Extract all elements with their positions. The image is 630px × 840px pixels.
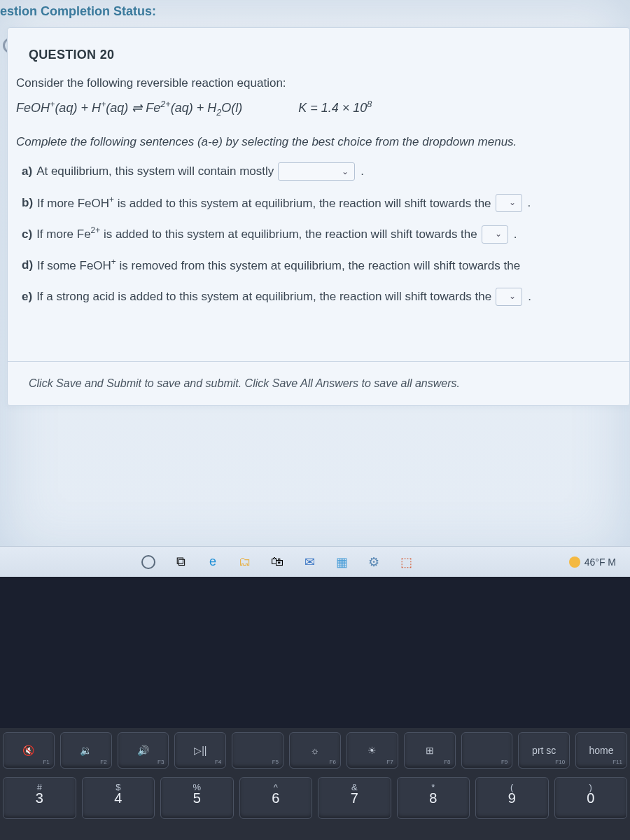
key-f1: 🔇F1	[3, 732, 55, 769]
part-c-text-b: is added to this system at equilibrium, …	[100, 227, 477, 241]
key-f3: 🔊F3	[118, 732, 169, 769]
part-b-sup: +	[109, 195, 114, 204]
task-view-icon[interactable]: ⧉	[172, 554, 189, 570]
save-submit-note: Click Save and Submit to save and submit…	[8, 361, 629, 405]
question-number: QUESTION 20	[8, 28, 629, 74]
office-icon[interactable]: ⬚	[398, 554, 414, 570]
question-prompt: Consider the following reversible reacti…	[16, 74, 608, 93]
part-a-text: At equilibrium, this system will contain…	[36, 162, 274, 181]
period: .	[528, 193, 531, 213]
chevron-down-icon: ⌄	[509, 290, 516, 304]
instruction-text: Complete the following sentences (a-e) b…	[16, 132, 608, 152]
file-explorer-icon[interactable]: 🗂	[237, 554, 253, 570]
part-a-dropdown[interactable]: ⌄	[278, 162, 355, 181]
physical-keyboard: 🔇F1🔉F2🔊F3▷||F4F5☼F6☀F7⊞F8F9prt scF10home…	[0, 728, 630, 840]
chevron-down-icon: ⌄	[495, 227, 502, 241]
eq-species-1: FeOH	[16, 101, 50, 115]
chevron-down-icon: ⌄	[509, 196, 516, 210]
key-f11: homeF11	[575, 732, 627, 769]
part-c-sup: 2+	[91, 225, 101, 235]
period: .	[514, 225, 517, 244]
part-c-text-a: If more Fe	[36, 227, 90, 241]
eq-charge-3: 2+	[160, 99, 170, 109]
eq-plus-2: +	[197, 101, 208, 115]
part-b-text-b: is added to this system at equilibrium, …	[114, 196, 491, 209]
key-8: *8	[397, 777, 470, 819]
eq-species-3: Fe	[146, 101, 160, 115]
key-9: (9	[475, 777, 549, 819]
eq-species-4: H	[207, 101, 216, 115]
weather-text: 46°F M	[584, 556, 616, 568]
cortana-icon[interactable]	[140, 554, 157, 570]
question-body: Consider the following reversible reacti…	[8, 74, 629, 333]
part-a-label: a)	[22, 162, 32, 181]
eq-tail-4: O(l)	[221, 101, 242, 115]
key-4: $4	[82, 777, 155, 819]
part-c-dropdown[interactable]: ⌄	[482, 225, 508, 244]
eq-plus-1: +	[80, 101, 92, 115]
period: .	[528, 287, 531, 307]
key-f2: 🔉F2	[60, 732, 112, 769]
windows-taskbar[interactable]: ⧉ e 🗂 🛍 ✉ ▦ ⚙ ⬚ 46°F M	[0, 546, 630, 577]
k-expression: K = 1.4 × 108	[298, 97, 372, 119]
settings-icon[interactable]: ⚙	[365, 554, 382, 570]
mail-icon[interactable]: ✉	[301, 554, 318, 570]
part-d-sup: +	[111, 257, 116, 267]
k-value: K = 1.4 × 10	[298, 101, 367, 115]
sun-icon	[569, 556, 580, 568]
reaction-equation: FeOH+(aq) + H+(aq) ⇌ Fe2+(aq) + H2O(l) K…	[16, 97, 608, 120]
completion-status: estion Completion Status:	[0, 0, 630, 22]
part-b-label: b)	[22, 193, 33, 213]
key-6: ^6	[239, 777, 313, 819]
edge-icon[interactable]: e	[204, 554, 221, 570]
part-c: c) If more Fe2+ is added to this system …	[16, 224, 608, 244]
period: .	[360, 162, 364, 181]
key-0: )0	[554, 777, 628, 819]
part-b-dropdown[interactable]: ⌄	[496, 194, 522, 212]
part-e-label: e)	[22, 287, 32, 307]
part-e: e) If a strong acid is added to this sys…	[16, 287, 608, 307]
part-b: b) If more FeOH+ is added to this system…	[16, 193, 608, 214]
question-card: QUESTION 20 Consider the following rever…	[7, 27, 630, 406]
key-f5: F5	[232, 732, 284, 769]
key-3: #3	[3, 777, 76, 819]
screen-content: estion Completion Status: 3 QUESTION 20 …	[0, 0, 630, 560]
part-d: d) If some FeOH+ is removed from this sy…	[16, 255, 608, 276]
key-f7: ☀F7	[346, 732, 398, 769]
key-f9: F9	[461, 732, 513, 769]
part-a: a) At equilibrium, this system will cont…	[16, 162, 608, 181]
key-5: %5	[160, 777, 234, 819]
part-b-text-a: If more FeOH	[37, 196, 109, 209]
k-exp: 8	[367, 99, 372, 109]
eq-species-2: H	[92, 101, 101, 115]
chevron-down-icon: ⌄	[342, 165, 349, 179]
part-d-text-b: is removed from this system at equilibri…	[116, 259, 520, 272]
key-f4: ▷||F4	[174, 732, 226, 769]
part-e-text: If a strong acid is added to this system…	[36, 287, 491, 307]
store-icon[interactable]: 🛍	[269, 554, 286, 570]
eq-phase-2: (aq)	[106, 101, 128, 115]
part-d-text-a: If some FeOH	[37, 259, 111, 272]
eq-arrow: ⇌	[132, 101, 146, 115]
weather-widget[interactable]: 46°F M	[569, 556, 616, 568]
part-d-label: d)	[22, 255, 33, 275]
key-7: &7	[318, 777, 391, 819]
key-f10: prt scF10	[518, 732, 570, 769]
key-f6: ☼F6	[289, 732, 341, 769]
key-f8: ⊞F8	[404, 732, 456, 769]
part-c-label: c)	[22, 225, 32, 244]
eq-phase-1: (aq)	[55, 101, 77, 115]
part-e-dropdown[interactable]: ⌄	[496, 288, 522, 306]
photos-icon[interactable]: ▦	[333, 554, 350, 570]
eq-phase-3: (aq)	[171, 101, 193, 115]
